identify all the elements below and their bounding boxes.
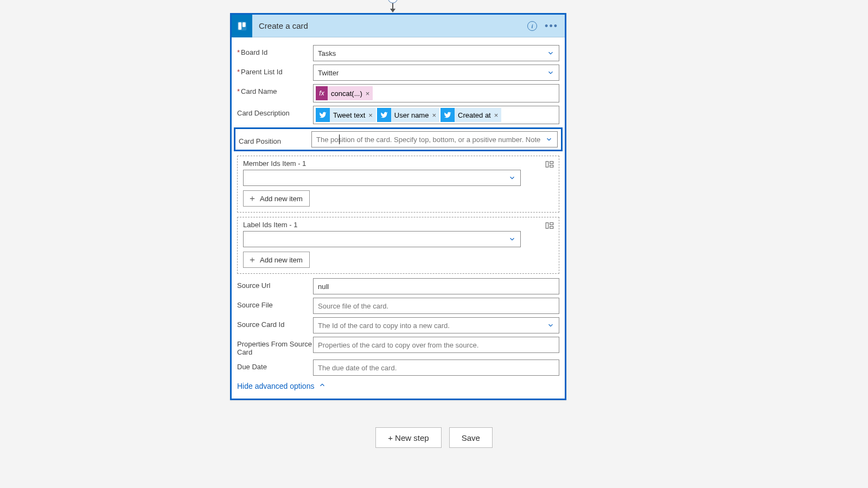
chevron-down-icon	[508, 174, 516, 182]
label-source-card-id: Source Card Id	[237, 317, 313, 329]
member-ids-select[interactable]	[243, 170, 521, 186]
due-date-input[interactable]: The due date of the card.	[313, 359, 559, 376]
svg-rect-7	[550, 223, 553, 225]
flow-footer: + New step Save	[0, 427, 868, 448]
chevron-up-icon	[318, 381, 326, 391]
remove-token-icon[interactable]: ×	[368, 111, 373, 119]
label-card-description: Card Description	[237, 106, 313, 117]
flow-arrow-in	[387, 0, 398, 13]
add-label-item-button[interactable]: ＋ Add new item	[243, 252, 310, 268]
new-step-button[interactable]: + New step	[375, 427, 441, 448]
svg-rect-3	[546, 162, 548, 168]
card-header[interactable]: Create a card i •••	[232, 15, 565, 37]
switch-mode-icon[interactable]	[545, 159, 554, 169]
token-user-name[interactable]: User name ×	[377, 108, 439, 122]
source-card-id-select[interactable]: The Id of the card to copy into a new ca…	[313, 317, 559, 333]
twitter-icon	[316, 108, 330, 122]
remove-token-icon[interactable]: ×	[366, 89, 370, 98]
remove-token-icon[interactable]: ×	[494, 111, 499, 119]
label-due-date: Due Date	[237, 359, 313, 371]
source-url-input[interactable]: null	[313, 278, 559, 294]
hide-advanced-options-link[interactable]: Hide advanced options	[237, 382, 314, 390]
properties-from-source-input[interactable]: Properties of the card to copy over from…	[313, 337, 559, 353]
parent-list-select[interactable]: Twitter	[313, 65, 559, 81]
card-name-input[interactable]: fx concat(...) ×	[313, 84, 559, 102]
svg-rect-8	[550, 227, 553, 229]
add-member-item-button[interactable]: ＋ Add new item	[243, 190, 310, 207]
chevron-down-icon	[547, 69, 554, 76]
chevron-down-icon	[547, 322, 554, 329]
label-card-position: Card Position	[239, 134, 311, 145]
action-card: Create a card i ••• *Board Id Tasks *Par…	[230, 13, 566, 400]
label-parent-list: *Parent List Id	[237, 65, 313, 76]
card-title: Create a card	[259, 21, 527, 30]
chevron-down-icon	[508, 235, 516, 243]
svg-rect-1	[238, 22, 241, 29]
label-properties-from-source: Properties From Source Card	[237, 337, 313, 356]
label-member-ids: Member Ids Item - 1	[243, 159, 553, 168]
token-expression[interactable]: fx concat(...) ×	[316, 86, 373, 100]
label-source-url: Source Url	[237, 278, 313, 290]
trello-icon	[232, 15, 252, 37]
card-position-input[interactable]: The position of the card. Specify top, b…	[311, 131, 558, 147]
twitter-icon	[377, 108, 391, 122]
save-button[interactable]: Save	[449, 427, 493, 448]
label-board-id: *Board Id	[237, 45, 313, 56]
label-source-file: Source File	[237, 298, 313, 309]
board-id-select[interactable]: Tasks	[313, 45, 559, 61]
label-label-ids: Label Ids Item - 1	[243, 221, 553, 229]
card-position-row: Card Position The position of the card. …	[234, 127, 563, 151]
text-cursor-icon	[339, 134, 340, 144]
more-icon[interactable]: •••	[545, 21, 558, 31]
token-created-at[interactable]: Created at ×	[441, 108, 501, 122]
add-node-icon[interactable]	[388, 0, 398, 3]
label-ids-group: Label Ids Item - 1 ＋ Add new item	[237, 217, 559, 274]
fx-icon: fx	[316, 86, 328, 100]
label-card-name: *Card Name	[237, 84, 313, 95]
label-ids-select[interactable]	[243, 231, 521, 247]
chevron-down-icon	[545, 136, 553, 143]
svg-rect-4	[550, 162, 553, 164]
plus-icon: ＋	[248, 193, 257, 204]
source-file-input[interactable]: Source file of the card.	[313, 298, 559, 314]
switch-mode-icon[interactable]	[545, 221, 554, 230]
plus-icon: ＋	[248, 254, 257, 266]
svg-rect-2	[242, 22, 246, 27]
svg-rect-6	[546, 223, 548, 229]
svg-rect-5	[550, 165, 553, 168]
card-description-input[interactable]: Tweet text × User name × Created at ×	[313, 106, 559, 124]
remove-token-icon[interactable]: ×	[432, 111, 436, 119]
chevron-down-icon	[547, 49, 554, 57]
twitter-icon	[441, 108, 455, 122]
token-tweet-text[interactable]: Tweet text ×	[316, 108, 376, 122]
info-icon[interactable]: i	[527, 21, 537, 31]
member-ids-group: Member Ids Item - 1 ＋ Add new item	[237, 156, 559, 213]
